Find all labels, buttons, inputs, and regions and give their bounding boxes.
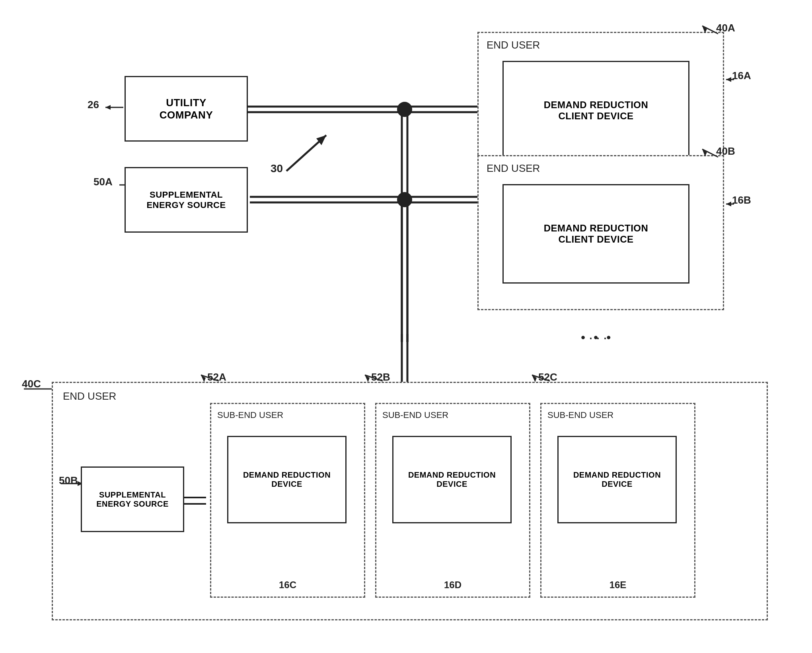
sub-end-user-52a-label: SUB-END USER [217, 410, 283, 420]
sub-end-user-52c-label: SUB-END USER [547, 410, 613, 420]
demand-reduction-16a-box: DEMAND REDUCTIONCLIENT DEVICE [502, 61, 689, 160]
arrow-52b [361, 371, 385, 385]
svg-marker-32 [726, 202, 731, 206]
end-user-40c-label: END USER [63, 390, 116, 402]
sub-end-user-52c-container: SUB-END USER DEMAND REDUCTIONDEVICE 16E [540, 403, 695, 598]
equal-sign-50b [184, 494, 208, 509]
end-user-40b-label: END USER [487, 162, 540, 175]
demand-reduction-16a-label: DEMAND REDUCTIONCLIENT DEVICE [544, 99, 648, 122]
ref-16e: 16E [609, 579, 627, 591]
svg-point-9 [397, 192, 412, 207]
supplemental-energy-50b-box: SUPPLEMENTALENERGY SOURCE [81, 466, 184, 532]
arrow-26 [103, 101, 127, 113]
ref-26: 26 [88, 99, 99, 111]
svg-marker-15 [316, 135, 326, 145]
supplemental-energy-50a-box: SUPPLEMENTALENERGY SOURCE [125, 167, 248, 233]
dots-label: • • • [581, 330, 613, 345]
arrow-40a [696, 22, 720, 38]
demand-reduction-16d-label: DEMAND REDUCTIONDEVICE [408, 470, 496, 489]
arrow-52c [528, 371, 552, 385]
end-user-40a-label: END USER [487, 39, 540, 51]
supplemental-energy-50b-label: SUPPLEMENTALENERGY SOURCE [96, 490, 169, 509]
diagram-container: 26 UTILITY COMPANY END USER DEMAND REDUC… [0, 0, 812, 653]
arrow-16b [724, 198, 736, 210]
end-user-40b-container: END USER DEMAND REDUCTIONCLIENT DEVICE [477, 155, 724, 310]
supplemental-energy-50a-label: SUPPLEMENTALENERGY SOURCE [146, 190, 226, 210]
demand-reduction-16d-box: DEMAND REDUCTIONDEVICE [392, 436, 512, 523]
utility-company-label: UTILITY COMPANY [160, 97, 213, 121]
ref-50a: 50A [93, 176, 113, 188]
demand-reduction-16e-box: DEMAND REDUCTIONDEVICE [557, 436, 677, 523]
demand-reduction-16c-label: DEMAND REDUCTIONDEVICE [243, 470, 331, 489]
arrow-52a [197, 371, 221, 385]
utility-company-box: UTILITY COMPANY [125, 76, 248, 142]
svg-line-14 [286, 135, 326, 171]
svg-point-6 [397, 102, 412, 117]
sub-end-user-52b-container: SUB-END USER DEMAND REDUCTIONDEVICE 16D [375, 403, 530, 598]
ref-16d: 16D [444, 579, 461, 591]
ref-16c: 16C [279, 579, 296, 591]
arrow-16a [724, 74, 736, 86]
demand-reduction-16b-label: DEMAND REDUCTIONCLIENT DEVICE [544, 223, 648, 245]
demand-reduction-16b-box: DEMAND REDUCTIONCLIENT DEVICE [502, 184, 689, 284]
sub-end-user-52a-container: SUB-END USER DEMAND REDUCTIONDEVICE 16C [210, 403, 365, 598]
svg-marker-24 [105, 105, 111, 110]
arrow-40b [696, 145, 720, 161]
sub-end-user-52b-label: SUB-END USER [382, 410, 448, 420]
end-user-40c-container: END USER 50B SUPPLEMENTALENERGY SOURCE 5… [52, 382, 768, 620]
demand-reduction-16c-box: DEMAND REDUCTIONDEVICE [227, 436, 347, 523]
arrow-30-label: 30 [271, 162, 283, 175]
svg-marker-28 [726, 77, 731, 82]
demand-reduction-16e-label: DEMAND REDUCTIONDEVICE [573, 470, 661, 489]
